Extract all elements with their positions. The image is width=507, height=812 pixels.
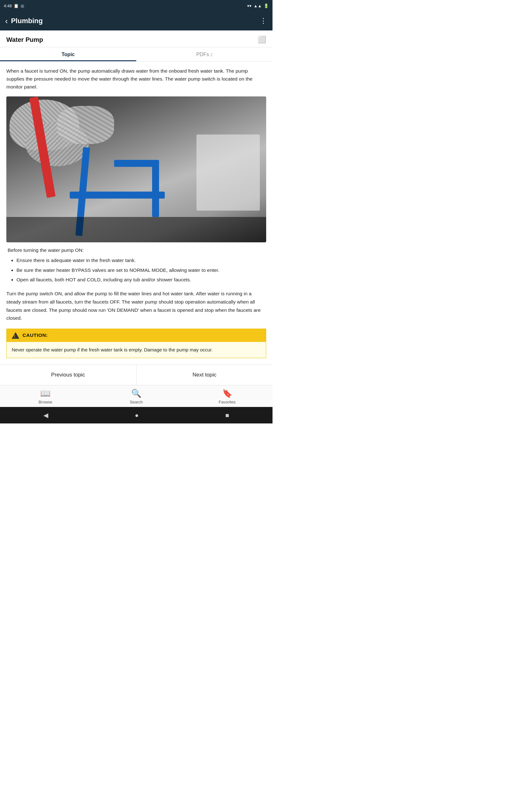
- browse-nav-item[interactable]: 📖 Browse: [0, 389, 91, 404]
- system-nav: ◀ ● ■: [0, 407, 273, 423]
- browse-icon: 📖: [40, 389, 50, 398]
- caution-header: CAUTION:: [7, 329, 266, 342]
- wifi-icon: ▾▾: [247, 3, 251, 8]
- back-system-button[interactable]: ◀: [43, 411, 48, 419]
- page-title: Water Pump: [6, 36, 43, 44]
- warning-icon: [12, 332, 19, 339]
- bullet-section: Before turning the water pump ON: Ensure…: [6, 247, 266, 284]
- nav-buttons: Previous topic Next topic: [0, 364, 273, 385]
- main-content: When a faucet is turned ON, the pump aut…: [0, 61, 273, 358]
- browse-label: Browse: [39, 400, 52, 404]
- list-item: Open all faucets, both HOT and COLD, inc…: [16, 275, 265, 284]
- notification-icon: 📋: [14, 3, 19, 8]
- time-display: 4:48: [4, 3, 12, 8]
- search-label: Search: [130, 400, 143, 404]
- tab-pdfs[interactable]: PDFs2: [136, 47, 273, 61]
- status-bar-left: 4:48 📋 ◎: [4, 3, 24, 8]
- menu-button[interactable]: ⋮: [260, 17, 268, 25]
- app-bar: ‹ Plumbing ⋮: [0, 11, 273, 31]
- bullet-list: Ensure there is adequate water in the fr…: [8, 256, 265, 284]
- location-icon: ◎: [20, 3, 24, 8]
- bookmark-button[interactable]: ⬜: [258, 36, 266, 44]
- back-button[interactable]: ‹: [5, 16, 8, 26]
- recents-system-button[interactable]: ■: [225, 412, 229, 419]
- plumbing-image: [6, 96, 266, 242]
- app-bar-title: Plumbing: [11, 17, 260, 25]
- tab-topic[interactable]: Topic: [0, 47, 136, 61]
- next-topic-button[interactable]: Next topic: [136, 365, 273, 385]
- list-item: Ensure there is adequate water in the fr…: [16, 256, 265, 264]
- caution-body: Never operate the water pump if the fres…: [7, 342, 266, 358]
- signal-icon: ▲▲: [253, 3, 262, 8]
- search-icon: 🔍: [131, 389, 141, 398]
- status-bar: 4:48 📋 ◎ ▾▾ ▲▲ 🔋: [0, 0, 273, 11]
- tabs-container: Topic PDFs2: [0, 47, 273, 61]
- caution-label: CAUTION:: [22, 333, 48, 338]
- status-bar-right: ▾▾ ▲▲ 🔋: [247, 3, 269, 8]
- intro-text: When a faucet is turned ON, the pump aut…: [6, 67, 266, 91]
- search-nav-item[interactable]: 🔍 Search: [91, 389, 182, 404]
- home-system-button[interactable]: ●: [135, 412, 138, 419]
- list-item: Be sure the water heater BYPASS valves a…: [16, 266, 265, 274]
- before-text: Before turning the water pump ON:: [8, 247, 265, 253]
- page-title-row: Water Pump ⬜: [0, 31, 273, 47]
- favorites-icon: 🔖: [222, 389, 232, 398]
- body-text: Turn the pump switch ON, and allow the p…: [6, 290, 266, 322]
- caution-box: CAUTION: Never operate the water pump if…: [6, 328, 266, 358]
- pdfs-badge: 2: [210, 52, 212, 57]
- bottom-nav: 📖 Browse 🔍 Search 🔖 Favorites: [0, 385, 273, 407]
- previous-topic-button[interactable]: Previous topic: [0, 365, 136, 385]
- battery-icon: 🔋: [264, 3, 269, 8]
- favorites-label: Favorites: [219, 400, 235, 404]
- favorites-nav-item[interactable]: 🔖 Favorites: [181, 389, 273, 404]
